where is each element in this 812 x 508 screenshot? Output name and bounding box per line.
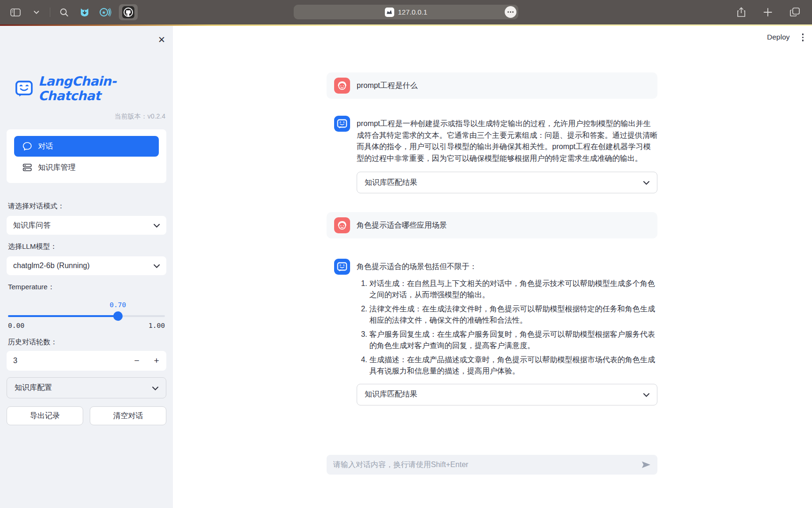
cat-shield-icon bbox=[79, 7, 90, 18]
user-avatar bbox=[334, 217, 350, 233]
kb-match-result-label: 知识库匹配结果 bbox=[365, 178, 417, 188]
send-icon bbox=[641, 461, 651, 468]
list-item: 对话生成：在自然且与上下文相关的对话中，角色提示技术可以帮助模型生成多个角色之间… bbox=[369, 278, 657, 301]
sidebar-close-button[interactable]: ✕ bbox=[158, 35, 165, 44]
deploy-button[interactable]: Deploy bbox=[767, 33, 789, 41]
circled-star-icon: ★ bbox=[99, 7, 111, 18]
dialog-mode-value: 知识库问答 bbox=[13, 221, 51, 230]
chat-bubble-icon bbox=[23, 142, 32, 151]
llm-model-select[interactable]: chatglm2-6b (Running) bbox=[7, 256, 166, 275]
toolbar-divider bbox=[50, 8, 50, 17]
sidebar-item-dialogue[interactable]: 对话 bbox=[14, 136, 159, 157]
pinned-tab-star-favicon[interactable]: ★ bbox=[98, 4, 112, 20]
sidebar-item-label: 知识库管理 bbox=[38, 163, 76, 173]
kb-config-expander-label: 知识库配置 bbox=[15, 383, 52, 393]
sidebar-toggle-button[interactable] bbox=[8, 4, 23, 20]
slider-fill bbox=[8, 315, 118, 317]
user-message-text: 角色提示适合哪些应用场景 bbox=[357, 221, 447, 230]
list-item: 法律文件生成：在生成法律文件时，角色提示可以帮助模型根据特定的任务和角色生成相应… bbox=[369, 303, 657, 326]
llm-model-label: 选择LLM模型： bbox=[8, 242, 166, 251]
collection-icon bbox=[23, 163, 32, 172]
list-item: 生成描述：在生成产品描述或文章时，角色提示可以帮助模型根据市场代表的角色生成具有… bbox=[369, 354, 657, 377]
sidebar-menu-chevron-button[interactable] bbox=[29, 4, 43, 20]
sidebar: ✕ LangChain-Chatchat 当前版本：v0.2.4 对话 知 bbox=[0, 26, 173, 508]
assistant-avatar bbox=[334, 259, 350, 275]
site-favicon bbox=[385, 8, 394, 17]
share-icon bbox=[737, 7, 746, 17]
tabs-overview-icon bbox=[790, 8, 800, 17]
svg-text:★: ★ bbox=[102, 10, 106, 15]
dialog-mode-label: 请选择对话模式： bbox=[8, 202, 166, 211]
export-history-button[interactable]: 导出记录 bbox=[7, 406, 83, 425]
chat-input-bar bbox=[327, 455, 657, 475]
dialog-mode-select[interactable]: 知识库问答 bbox=[7, 216, 166, 235]
search-icon bbox=[60, 8, 69, 17]
chat-message-user: prompt工程是什么 bbox=[327, 72, 657, 99]
chevron-down-icon bbox=[643, 178, 649, 187]
increment-button[interactable]: + bbox=[147, 356, 166, 366]
chevron-down-icon bbox=[34, 11, 39, 14]
chat-smiley-icon bbox=[337, 119, 347, 129]
main-menu-button[interactable] bbox=[800, 32, 806, 43]
kb-config-expander[interactable]: 知识库配置 bbox=[7, 377, 166, 398]
kb-match-result-expander[interactable]: 知识库匹配结果 bbox=[357, 384, 657, 405]
chevron-down-icon bbox=[154, 221, 160, 230]
sidebar-item-knowledge-base[interactable]: 知识库管理 bbox=[14, 159, 159, 176]
active-tab-github[interactable] bbox=[119, 4, 138, 20]
list-item: 客户服务回复生成：在生成客户服务回复时，角色提示可以帮助模型根据客户服务代表的角… bbox=[369, 329, 657, 352]
slider-min-label: 0.00 bbox=[8, 322, 24, 329]
share-button[interactable] bbox=[734, 4, 748, 20]
kb-match-result-expander[interactable]: 知识库匹配结果 bbox=[357, 172, 657, 193]
temperature-label: Temperature： bbox=[8, 283, 166, 292]
history-rounds-label: 历史对话轮数： bbox=[8, 338, 166, 347]
new-tab-button[interactable] bbox=[761, 4, 775, 20]
clear-dialogue-button[interactable]: 清空对话 bbox=[90, 406, 166, 425]
assistant-message-text: prompt工程是一种创建提示或指导以生成特定输出的过程，允许用户控制模型的输出… bbox=[357, 118, 657, 164]
user-avatar bbox=[334, 78, 350, 94]
assistant-message-list: 对话生成：在自然且与上下文相关的对话中，角色提示技术可以帮助模型生成多个角色之间… bbox=[357, 278, 657, 377]
chevron-down-icon bbox=[154, 262, 160, 270]
llm-model-value: chatglm2-6b (Running) bbox=[13, 262, 90, 270]
app-version: 当前版本：v0.2.4 bbox=[7, 112, 165, 121]
page-settings-button[interactable] bbox=[505, 6, 516, 18]
site-favicon-glyph-icon bbox=[386, 9, 392, 15]
assistant-avatar bbox=[334, 116, 350, 132]
search-button[interactable] bbox=[57, 4, 71, 20]
history-rounds-value: 3 bbox=[7, 357, 127, 365]
browser-toolbar: ★ 127.0.0.1 bbox=[0, 0, 812, 24]
plus-icon bbox=[764, 8, 772, 16]
chat-message-user: 角色提示适合哪些应用场景 bbox=[327, 212, 657, 238]
app-logo: LangChain-Chatchat bbox=[15, 74, 166, 103]
chat-history: prompt工程是什么 prompt工程是一种创建提示或指导以生成特定输出的过程… bbox=[327, 72, 657, 405]
history-rounds-input[interactable]: 3 − + bbox=[7, 351, 166, 371]
slider-track[interactable] bbox=[8, 315, 165, 317]
address-bar[interactable]: 127.0.0.1 bbox=[294, 5, 518, 19]
boy-face-icon bbox=[336, 80, 348, 91]
main-area: Deploy prompt工程是什么 bbox=[173, 26, 812, 508]
pinned-tab-cat-favicon[interactable] bbox=[78, 4, 92, 20]
user-message-text: prompt工程是什么 bbox=[357, 81, 418, 91]
sidebar-item-label: 对话 bbox=[38, 142, 53, 151]
slider-thumb[interactable] bbox=[113, 311, 123, 321]
github-icon bbox=[122, 6, 134, 18]
chevron-down-icon bbox=[643, 390, 649, 399]
app-logo-text: LangChain-Chatchat bbox=[38, 74, 166, 103]
chat-input[interactable] bbox=[333, 460, 641, 469]
chat-message-assistant: prompt工程是一种创建提示或指导以生成特定输出的过程，允许用户控制模型的输出… bbox=[327, 116, 657, 193]
chevron-down-icon bbox=[152, 384, 158, 392]
temperature-slider[interactable]: 0.70 0.00 1.00 bbox=[8, 304, 165, 326]
url-text: 127.0.0.1 bbox=[398, 8, 428, 16]
chat-smiley-icon bbox=[337, 262, 347, 272]
temperature-value: 0.70 bbox=[109, 301, 126, 309]
send-button[interactable] bbox=[641, 461, 651, 468]
slider-max-label: 1.00 bbox=[148, 322, 165, 329]
assistant-message-intro: 角色提示适合的场景包括但不限于： bbox=[357, 261, 657, 273]
sidebar-toggle-icon bbox=[10, 8, 21, 16]
kb-match-result-label: 知识库匹配结果 bbox=[365, 389, 417, 399]
decrement-button[interactable]: − bbox=[127, 356, 147, 366]
chat-smiley-logo-icon bbox=[15, 79, 33, 98]
chat-message-assistant: 角色提示适合的场景包括但不限于： 对话生成：在自然且与上下文相关的对话中，角色提… bbox=[327, 259, 657, 405]
boy-face-icon bbox=[336, 220, 348, 231]
tab-overview-button[interactable] bbox=[788, 4, 802, 20]
sidebar-nav: 对话 知识库管理 bbox=[7, 129, 166, 183]
